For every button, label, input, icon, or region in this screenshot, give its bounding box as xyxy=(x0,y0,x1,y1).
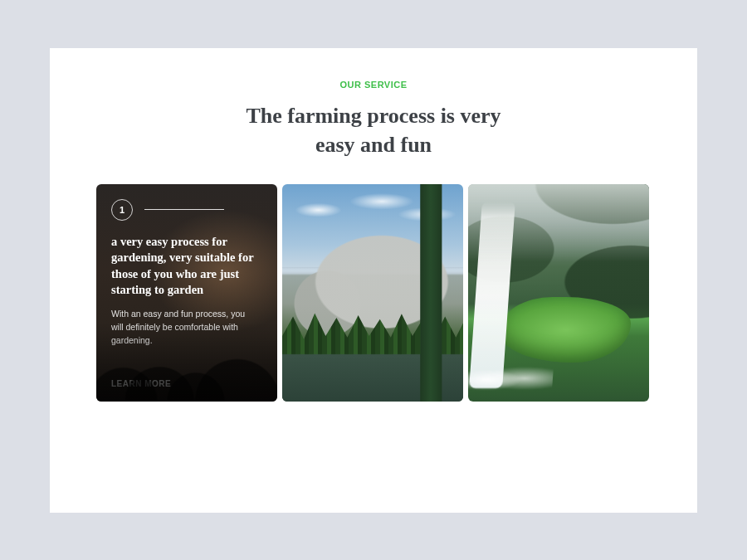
decorative-trees xyxy=(282,310,463,376)
service-card-3[interactable] xyxy=(468,184,649,402)
decorative-moss xyxy=(500,297,631,363)
card-content: 1 a very easy process for gardening, ver… xyxy=(96,184,277,402)
step-indicator: 1 xyxy=(111,199,262,221)
decorative-clouds xyxy=(282,184,463,271)
page-container: OUR SERVICE The farming process is very … xyxy=(50,48,697,513)
decorative-mist xyxy=(468,184,649,271)
section-title: The farming process is very easy and fun xyxy=(224,101,523,159)
step-progress-line xyxy=(144,209,224,211)
step-number-badge: 1 xyxy=(111,199,133,221)
card-title: a very easy process for gardening, very … xyxy=(111,234,262,299)
learn-more-button[interactable]: LEARN MORE xyxy=(111,379,262,388)
card-description: With an easy and fun process, you will d… xyxy=(111,307,252,348)
section-header: OUR SERVICE The farming process is very … xyxy=(96,80,651,159)
eyebrow-label: OUR SERVICE xyxy=(96,80,651,90)
cards-row: 1 a very easy process for gardening, ver… xyxy=(96,184,651,402)
service-card-1[interactable]: 1 a very easy process for gardening, ver… xyxy=(96,184,277,402)
service-card-2[interactable] xyxy=(282,184,463,402)
